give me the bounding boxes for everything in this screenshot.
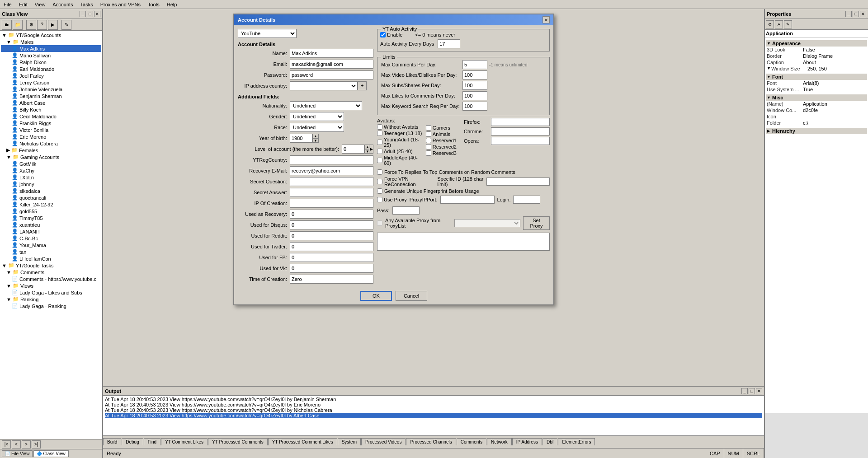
left-panel-close[interactable]: ✕ — [94, 11, 100, 17]
tb-btn-6[interactable]: ✎ — [61, 20, 71, 30]
firefox-input[interactable] — [491, 118, 550, 126]
tree-earl[interactable]: 👤 Earl Maldonado — [1, 65, 101, 72]
nav-last[interactable]: >| — [32, 440, 41, 449]
secret-answer-input[interactable] — [290, 188, 373, 197]
force-vpn-checkbox[interactable] — [377, 179, 382, 184]
level-input[interactable] — [342, 145, 364, 154]
tree-comments-folder[interactable]: ▼ 📁 Comments — [1, 269, 101, 276]
menu-proxies[interactable]: Proxies and VPNs — [99, 1, 142, 8]
tree-lananh[interactable]: 👤 LANANH — [1, 228, 101, 235]
output-maximize[interactable]: □ — [749, 388, 755, 394]
menu-accounts[interactable]: Accounts — [51, 1, 75, 8]
nav-next[interactable]: > — [22, 440, 31, 449]
output-minimize[interactable]: _ — [741, 388, 748, 394]
tree-lady-gaga-ranking[interactable]: 📄 Lady Gaga - Ranking — [1, 303, 101, 309]
avatar-res3-checkbox[interactable] — [426, 150, 431, 156]
menu-edit[interactable]: Edit — [17, 1, 29, 8]
ip-country-select[interactable] — [290, 81, 358, 90]
file-view-tab[interactable]: 📄 File View — [2, 450, 33, 457]
proxy-login-input[interactable] — [513, 196, 540, 204]
time-creation-input[interactable] — [290, 275, 373, 284]
tab-comments[interactable]: Comments — [457, 438, 486, 445]
avatar-adult-checkbox[interactable] — [377, 149, 382, 154]
tab-yt-comment-likes[interactable]: YT Comment Likes — [161, 438, 208, 445]
tree-lheo[interactable]: 👤 LHeoHamCon — [1, 255, 101, 262]
tab-yt-processed-comments[interactable]: YT Processed Comments — [208, 438, 268, 445]
used-recovery-input[interactable] — [290, 210, 373, 219]
tree-ralph[interactable]: 👤 Ralph Dixon — [1, 59, 101, 65]
tree-eric[interactable]: 👤 Eric Moreno — [1, 133, 101, 140]
dialog-textarea[interactable] — [377, 233, 550, 251]
props-appearance-header[interactable]: ▼ Appearance — [766, 40, 867, 47]
menu-tasks[interactable]: Tasks — [79, 1, 95, 8]
used-fb-input[interactable] — [290, 253, 373, 262]
tab-processed-videos[interactable]: Processed Videos — [361, 438, 406, 445]
tree-views-folder[interactable]: ▼ 📁 Views — [1, 282, 101, 289]
tree-xuantrieu[interactable]: 👤 xuantrieu — [1, 221, 101, 228]
class-view-tab[interactable]: 🔷 Class View — [33, 450, 68, 457]
left-panel-minimize[interactable]: _ — [80, 11, 86, 17]
ok-button[interactable]: OK — [360, 291, 392, 301]
tree-tasks-root[interactable]: ▼ 📁 YT/Google Tasks — [1, 262, 101, 269]
tab-yt-processed-comment-likes[interactable]: YT Processed Comment Likes — [268, 438, 337, 445]
tab-processed-channels[interactable]: Processed Channels — [406, 438, 456, 445]
tb-btn-2[interactable]: 📁 — [13, 20, 23, 30]
cancel-button[interactable]: Cancel — [396, 291, 427, 301]
used-disqus-input[interactable] — [290, 220, 373, 229]
set-proxy-button[interactable]: Set Proxy — [523, 216, 550, 230]
level-expand-btn[interactable]: ▶ — [369, 145, 373, 154]
nationality-select[interactable]: Undefined — [290, 101, 362, 110]
tree-quoc[interactable]: 👤 quoctrancali — [1, 194, 101, 201]
avatar-animals-checkbox[interactable] — [426, 131, 431, 137]
tree-franklin[interactable]: 👤 Franklin Riggs — [1, 120, 101, 126]
generate-fingerprint-checkbox[interactable] — [377, 188, 382, 194]
tree-gotmilk[interactable]: 👤 GotMilk — [1, 160, 101, 167]
year-up-btn[interactable]: ▲ — [312, 134, 319, 138]
tree-max-adkins[interactable]: 👤 Max Adkins — [1, 45, 101, 52]
menu-view[interactable]: View — [33, 1, 47, 8]
tree-benjamin[interactable]: 👤 Benjamin Sherman — [1, 93, 101, 99]
avatar-teen-checkbox[interactable] — [377, 131, 382, 136]
specific-id-input[interactable] — [486, 178, 550, 186]
avatar-young-checkbox[interactable] — [377, 140, 382, 145]
used-reddit-input[interactable] — [290, 231, 373, 240]
tree-albert[interactable]: 👤 Albert Case — [1, 99, 101, 106]
tree-mario[interactable]: 👤 Mario Sullivan — [1, 52, 101, 59]
tree-comments-yt[interactable]: 📄 Comments - https://www.youtube.c — [1, 276, 101, 282]
tab-ip-address[interactable]: IP Address — [512, 438, 542, 445]
max-subs-input[interactable] — [462, 81, 487, 90]
max-keyword-input[interactable] — [462, 102, 487, 111]
tab-find[interactable]: Find — [144, 438, 160, 445]
used-vk-input[interactable] — [290, 264, 373, 273]
proxy-list-select[interactable] — [454, 219, 520, 227]
tree-joel[interactable]: 👤 Joel Farley — [1, 72, 101, 79]
avatar-res1-checkbox[interactable] — [426, 138, 431, 143]
secret-question-input[interactable] — [290, 177, 373, 186]
account-type-select[interactable]: YouTube Google — [238, 29, 297, 38]
tree-lxoln[interactable]: 👤 LXoLn — [1, 174, 101, 181]
gender-select[interactable]: Undefined — [290, 112, 344, 121]
avatar-res2-checkbox[interactable] — [426, 144, 431, 150]
props-maximize[interactable]: □ — [853, 11, 859, 17]
avatar-gamers-checkbox[interactable] — [426, 125, 431, 131]
tab-network[interactable]: Network — [487, 438, 512, 445]
chrome-input[interactable] — [491, 127, 550, 136]
tree-xachy[interactable]: 👤 XaChy — [1, 167, 101, 174]
nav-prev[interactable]: < — [12, 440, 21, 449]
props-minimize[interactable]: _ — [845, 11, 852, 17]
props-close[interactable]: ✕ — [860, 11, 866, 17]
proxy-pass-input[interactable] — [392, 206, 420, 215]
yt-auto-enable-label[interactable]: Enable — [380, 32, 402, 37]
tree-gold555[interactable]: 👤 gold555 — [1, 208, 101, 215]
tree-tan[interactable]: 👤 tan — [1, 248, 101, 255]
tab-build[interactable]: Build — [103, 438, 121, 445]
props-misc-header[interactable]: ▼ Misc — [766, 94, 867, 101]
use-proxy-label[interactable]: Use Proxy — [377, 197, 407, 202]
name-input[interactable] — [290, 49, 373, 58]
props-hierarchy-header[interactable]: ▶ Hierarchy — [766, 128, 867, 134]
force-replies-checkbox[interactable] — [377, 169, 382, 175]
tree-cecil[interactable]: 👤 Cecil Maldonado — [1, 113, 101, 120]
use-proxy-checkbox[interactable] — [377, 197, 382, 202]
tab-system[interactable]: System — [338, 438, 361, 445]
props-tb-2[interactable]: A — [775, 20, 783, 28]
